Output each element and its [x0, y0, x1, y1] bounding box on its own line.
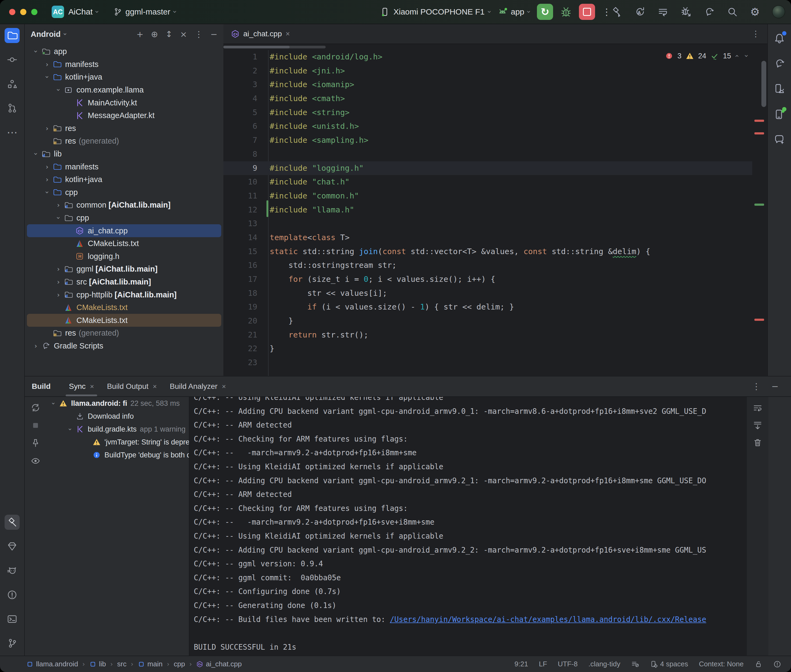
ai-assistant-tool-button[interactable] — [772, 132, 787, 147]
tree-chevron-icon[interactable]: › — [42, 61, 52, 68]
tree-item-messageadapter-kt[interactable]: MessageAdapter.kt — [27, 109, 221, 122]
formatter-status-widget[interactable] — [631, 660, 639, 668]
tree-chevron-icon[interactable]: › — [42, 125, 52, 132]
stripe-mark[interactable] — [754, 132, 764, 134]
filter-messages-button[interactable] — [30, 456, 40, 466]
close-tab-icon[interactable]: × — [286, 30, 290, 38]
code-line-8[interactable]: 8 — [223, 147, 752, 162]
tree-item-res[interactable]: res (generated) — [27, 135, 221, 148]
project-tool-button[interactable] — [5, 28, 20, 43]
search-everywhere-button[interactable] — [727, 6, 738, 17]
tree-item-app[interactable]: › app — [27, 45, 221, 58]
highlighting-level-widget[interactable] — [773, 660, 781, 668]
code-line-17[interactable]: 17 for (size_t i = 0; i < values.size();… — [223, 272, 752, 286]
project-view-selector[interactable]: Android › — [30, 30, 66, 39]
tree-chevron-icon[interactable]: › — [53, 202, 64, 208]
hide-panel-button[interactable]: − — [210, 30, 217, 38]
build-tab-build-analyzer[interactable]: Build Analyzer × — [164, 376, 233, 396]
breadcrumb-ai-chat-cpp[interactable]: C ai_chat.cpp — [196, 660, 242, 668]
soft-wrap-button[interactable] — [753, 403, 762, 413]
select-opened-file-button[interactable]: ⊕ — [151, 30, 158, 38]
build-tree-item[interactable]: 'jvmTarget: String' is deprec — [46, 436, 189, 448]
close-tab-icon[interactable]: × — [153, 382, 157, 391]
code-line-11[interactable]: 11 #include "common.h" — [223, 189, 752, 203]
add-button[interactable]: + — [136, 30, 143, 38]
code-line-22[interactable]: 22 } — [223, 342, 752, 356]
caret-position-widget[interactable]: 9:21 — [515, 660, 528, 668]
tree-item-manifests[interactable]: › manifests — [27, 160, 221, 173]
code-line-10[interactable]: 10 #include "chat.h" — [223, 175, 752, 189]
run-configuration-selector[interactable]: app › — [497, 0, 530, 24]
code-line-5[interactable]: 5 #include <string> — [223, 106, 752, 120]
code-line-2[interactable]: 2 #include <jni.h> — [223, 64, 752, 78]
rerun-app-button[interactable]: ↻ — [537, 4, 553, 20]
tab-scrollbar[interactable] — [223, 46, 326, 48]
tree-item-common[interactable]: › common [AiChat.lib.main] — [27, 199, 221, 212]
next-problem-button[interactable]: › — [743, 54, 750, 57]
previous-problem-button[interactable]: › — [733, 54, 740, 57]
encoding-widget[interactable]: UTF-8 — [558, 660, 578, 668]
tree-item-cpp[interactable]: › cpp — [27, 212, 221, 224]
stop-app-button[interactable] — [579, 4, 595, 20]
code-line-7[interactable]: 7 #include <sampling.h> — [223, 133, 752, 147]
code-line-18[interactable]: 18 str << values[i]; — [223, 286, 752, 300]
sync-refresh-button[interactable] — [30, 403, 40, 413]
tree-item-cmakelists-txt[interactable]: CMakeLists.txt — [27, 237, 221, 250]
clang-tidy-widget[interactable]: .clang-tidy — [588, 660, 620, 668]
project-widget[interactable]: AiChat › — [68, 0, 98, 24]
build-tool-button[interactable] — [5, 515, 20, 530]
running-devices-tool-button[interactable] — [772, 107, 787, 122]
breadcrumb-lib[interactable]: lib — [89, 660, 106, 668]
build-output-path-link[interactable]: /Users/hanyin/Workspace/ai-chat/examples… — [390, 615, 706, 624]
tree-chevron-icon[interactable]: › — [53, 291, 64, 298]
tree-chevron-icon[interactable]: › — [55, 85, 62, 95]
device-settings-widget[interactable]: 4 spaces — [650, 660, 688, 668]
code-line-21[interactable]: 21 return str.str(); — [223, 328, 752, 342]
build-tree-item[interactable]: › build.gradle.kts app 1 warning — [46, 423, 189, 436]
zoom-window-button[interactable] — [31, 9, 37, 15]
notifications-button[interactable] — [772, 30, 787, 46]
stripe-mark[interactable] — [754, 203, 764, 206]
version-control-tool-button[interactable] — [5, 636, 20, 651]
device-manager-tool-button[interactable] — [772, 81, 787, 96]
tree-item-res[interactable]: res (generated) — [27, 327, 221, 340]
build-project-button[interactable] — [611, 6, 622, 17]
more-run-options-button[interactable]: ⋮ — [602, 7, 611, 16]
tree-item-kotlin-java[interactable]: › kotlin+java — [27, 71, 221, 84]
vcs-branch-widget[interactable]: ggml-master › — [113, 0, 176, 24]
gradle-sync-button[interactable] — [704, 6, 714, 17]
build-panel-options-icon[interactable]: ⋮ — [752, 382, 761, 391]
breadcrumb-main[interactable]: main — [138, 660, 162, 668]
tree-chevron-icon[interactable]: › — [44, 187, 51, 197]
tree-item-ai-chat-cpp[interactable]: C ai_chat.cpp — [27, 224, 221, 237]
code-line-4[interactable]: 4 #include <cmath> — [223, 92, 752, 106]
build-tree-item[interactable]: BuildType 'debug' is both de — [46, 448, 189, 461]
sync-project-button[interactable]: A — [634, 6, 645, 17]
tree-chevron-icon[interactable]: › — [32, 46, 39, 57]
inspections-widget[interactable]: 3 24 15 › › — [665, 50, 748, 62]
error-stripe[interactable] — [752, 50, 768, 376]
editor-tab-ai-chat-cpp[interactable]: C ai_chat.cpp × — [223, 24, 297, 43]
user-avatar[interactable] — [772, 5, 785, 18]
tree-item-lib[interactable]: › lib — [27, 148, 221, 160]
build-console[interactable]: C/C++: -- Using KleidiAI optimized kerne… — [189, 397, 747, 657]
tree-item-manifests[interactable]: › manifests — [27, 58, 221, 71]
pin-tab-button[interactable] — [30, 438, 40, 448]
build-tree-item[interactable]: › llama.android: fi 22 sec, 583 ms — [46, 397, 189, 410]
tree-item-src[interactable]: › src [AiChat.lib.main] — [27, 276, 221, 288]
tree-item-gradle-scripts[interactable]: › Gradle Scripts — [27, 340, 221, 352]
code-line-19[interactable]: 19 if (i < values.size() - 1) { str << d… — [223, 300, 752, 314]
collapse-all-button[interactable]: × — [180, 30, 187, 38]
stop-sync-button[interactable] — [30, 421, 40, 430]
tree-item-cmakelists-txt[interactable]: CMakeLists.txt — [27, 301, 221, 314]
build-tree-item[interactable]: Download info — [46, 410, 189, 423]
tree-chevron-icon[interactable]: › — [32, 149, 39, 159]
tree-chevron-icon[interactable]: › — [50, 398, 56, 409]
close-tab-icon[interactable]: × — [90, 382, 94, 391]
tree-item-cpp[interactable]: › cpp — [27, 186, 221, 199]
todo-profiler-button[interactable] — [658, 6, 668, 17]
readonly-status-widget[interactable] — [754, 660, 762, 668]
tree-item-cmakelists-txt[interactable]: CMakeLists.txt — [27, 314, 221, 327]
commit-tool-button[interactable] — [5, 52, 20, 67]
tree-chevron-icon[interactable]: › — [53, 278, 64, 285]
